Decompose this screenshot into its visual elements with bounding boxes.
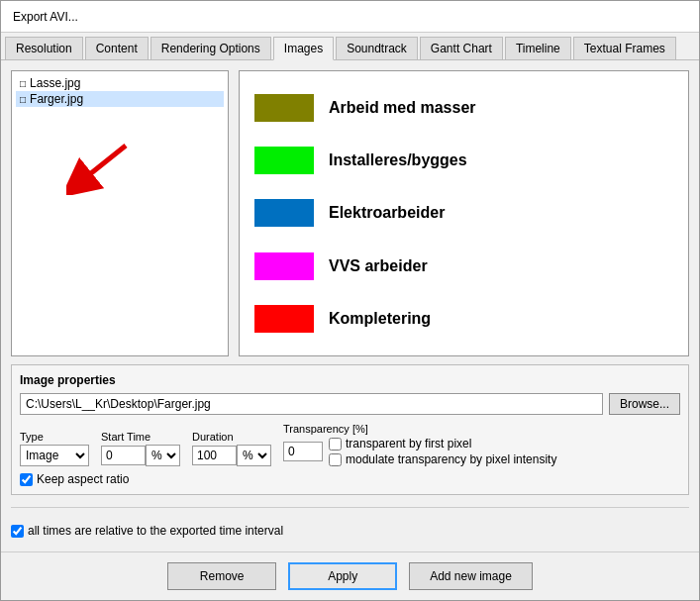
tab-textual-frames[interactable]: Textual Frames — [573, 37, 676, 59]
list-item-label: Farger.jpg — [30, 92, 83, 106]
transparent-first-label: transparent by first pixel — [346, 437, 471, 451]
modulate-transparency-row: modulate transparency by pixel intensity — [329, 452, 556, 466]
duration-label: Duration — [192, 431, 271, 443]
keep-aspect-checkbox[interactable] — [20, 473, 33, 486]
legend-color-1 — [254, 94, 314, 122]
start-time-label: Start Time — [101, 431, 180, 443]
list-item[interactable]: □ Lasse.jpg — [16, 75, 224, 91]
legend-item: Arbeid med masser — [254, 94, 673, 122]
file-icon: □ — [20, 78, 26, 89]
tab-gantt-chart[interactable]: Gantt Chart — [420, 37, 503, 59]
type-group: Type Image Overlay — [20, 431, 89, 466]
footer: Remove Apply Add new image — [1, 551, 699, 600]
props-row: Type Image Overlay Start Time % — [20, 423, 680, 466]
file-icon: □ — [20, 94, 26, 105]
transparent-first-row: transparent by first pixel — [329, 437, 556, 451]
legend-label-4: VVS arbeider — [329, 257, 428, 275]
modulate-transparency-checkbox[interactable] — [329, 453, 342, 466]
modulate-transparency-label: modulate transparency by pixel intensity — [346, 452, 556, 466]
duration-unit-select[interactable]: % s — [237, 445, 271, 466]
legend-color-2 — [254, 147, 314, 174]
transparent-first-checkbox[interactable] — [329, 438, 342, 451]
legend-label-5: Kompletering — [329, 310, 431, 328]
duration-input[interactable] — [192, 446, 237, 465]
tab-images[interactable]: Images — [273, 37, 334, 60]
legend-label-3: Elektroarbeider — [329, 204, 445, 222]
tab-resolution[interactable]: Resolution — [5, 37, 83, 59]
path-input[interactable] — [20, 393, 603, 415]
type-label: Type — [20, 431, 89, 443]
time-interval-checkbox[interactable] — [11, 525, 24, 538]
tab-soundtrack[interactable]: Soundtrack — [336, 37, 418, 59]
apply-button[interactable]: Apply — [288, 562, 397, 590]
legend-item: Installeres/bygges — [254, 147, 673, 174]
legend-item: VVS arbeider — [254, 252, 673, 280]
duration-group: Duration % s — [192, 431, 271, 466]
transparency-input[interactable] — [283, 442, 323, 461]
tab-content[interactable]: Content — [85, 37, 149, 59]
top-section: □ Lasse.jpg □ Farger.jpg — [11, 70, 689, 356]
main-window: Export AVI... Resolution Content Renderi… — [0, 0, 700, 601]
legend-label-1: Arbeid med masser — [329, 99, 476, 117]
image-properties-section: Image properties Browse... Type Image Ov… — [11, 364, 689, 495]
browse-button[interactable]: Browse... — [609, 393, 680, 415]
legend-item: Kompletering — [254, 305, 673, 333]
tab-rendering-options[interactable]: Rendering Options — [150, 37, 271, 59]
time-interval-label: all times are relative to the exported t… — [28, 524, 283, 538]
legend-color-5 — [254, 305, 314, 333]
start-time-input[interactable] — [101, 446, 146, 465]
legend-item: Elektroarbeider — [254, 199, 673, 227]
remove-button[interactable]: Remove — [167, 562, 276, 590]
path-row: Browse... — [20, 393, 680, 415]
list-item-label: Lasse.jpg — [30, 76, 80, 90]
legend-color-3 — [254, 199, 314, 227]
tab-content-area: □ Lasse.jpg □ Farger.jpg — [1, 60, 699, 551]
time-interval-row: all times are relative to the exported t… — [11, 520, 689, 542]
keep-aspect-label: Keep aspect ratio — [37, 472, 129, 486]
tab-timeline[interactable]: Timeline — [505, 37, 571, 59]
window-title: Export AVI... — [13, 10, 78, 24]
tab-bar: Resolution Content Rendering Options Ima… — [1, 33, 699, 60]
legend-color-4 — [254, 252, 314, 280]
list-item[interactable]: □ Farger.jpg — [16, 91, 224, 107]
title-bar: Export AVI... — [1, 1, 699, 33]
transparency-label: Transparency [%] — [283, 423, 556, 435]
arrow-indicator — [66, 141, 131, 198]
image-list[interactable]: □ Lasse.jpg □ Farger.jpg — [11, 70, 229, 356]
type-select[interactable]: Image Overlay — [20, 445, 89, 466]
divider — [11, 507, 689, 508]
legend-label-2: Installeres/bygges — [329, 151, 467, 169]
start-time-unit-select[interactable]: % s — [146, 445, 180, 466]
svg-line-1 — [76, 146, 126, 185]
keep-aspect-row: Keep aspect ratio — [20, 472, 680, 486]
add-new-image-button[interactable]: Add new image — [409, 562, 533, 590]
image-props-title: Image properties — [20, 373, 680, 387]
legend-box: Arbeid med masser Installeres/bygges Ele… — [239, 70, 689, 356]
start-time-group: Start Time % s — [101, 431, 180, 466]
transparency-group: Transparency [%] transparent by first pi… — [283, 423, 556, 466]
